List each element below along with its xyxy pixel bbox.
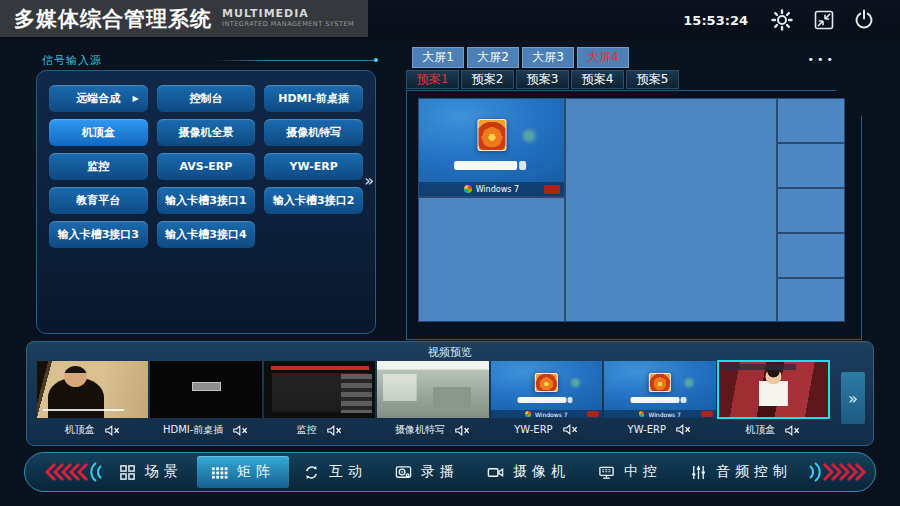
nav-item-matrix-active[interactable]: 矩阵 <box>197 456 289 488</box>
interact-loop-icon <box>303 464 320 481</box>
mute-icon[interactable] <box>785 424 801 437</box>
tab-preset-5[interactable]: 预案5 <box>626 70 679 89</box>
exit-fullscreen-icon[interactable] <box>812 8 836 32</box>
power-icon[interactable] <box>852 8 876 32</box>
source-button[interactable]: HDMI-前桌插 <box>264 85 363 112</box>
topbar: 多媒体综合管理系统 MULTIMEDIA INTEGRATED MANAGEME… <box>0 0 900 40</box>
clock: 15:53:24 <box>683 13 748 28</box>
more-options-icon[interactable]: ••• <box>808 53 836 66</box>
source-button-label: 输入卡槽3接口4 <box>165 227 246 242</box>
source-button[interactable]: 控制台 <box>157 85 256 112</box>
preview-thumbnail-selected[interactable] <box>718 361 829 418</box>
source-button[interactable]: YW-ERP <box>264 153 363 180</box>
preview-thumbnail[interactable] <box>37 361 148 418</box>
source-button[interactable]: 监控 <box>49 153 148 180</box>
user-avatar <box>477 119 506 151</box>
source-button-label: YW-ERP <box>290 160 338 173</box>
decor-line <box>213 60 376 61</box>
tab-screen-4-active[interactable]: 大屏4 <box>577 47 629 68</box>
nav-item-scene[interactable]: 场景 <box>105 456 197 488</box>
source-button-label: 机顶盒 <box>82 125 115 140</box>
page-title: 多媒体综合管理系统 <box>14 5 212 33</box>
wall-cell[interactable] <box>565 98 777 322</box>
tab-screen-1[interactable]: 大屏1 <box>412 47 464 68</box>
preview-label: YW-ERP <box>514 424 553 435</box>
nav-label: 摄像机 <box>513 463 570 481</box>
source-button[interactable]: 输入卡槽3接口1 <box>157 187 256 214</box>
windows-brand-bar: Windows 7 <box>419 182 564 196</box>
tab-screen-2[interactable]: 大屏2 <box>467 47 519 68</box>
wall-cell[interactable] <box>777 188 845 233</box>
source-button-label: 输入卡槽3接口2 <box>273 193 354 208</box>
mute-icon[interactable] <box>563 423 579 436</box>
tab-preset-3[interactable]: 预案3 <box>516 70 569 89</box>
password-field <box>454 161 518 170</box>
preview-thumbnail[interactable] <box>377 361 488 418</box>
windows-logo-icon <box>525 411 531 417</box>
mute-icon[interactable] <box>455 424 471 437</box>
nav-label: 录播 <box>421 463 459 481</box>
tab-screen-3[interactable]: 大屏3 <box>522 47 574 68</box>
source-button-label: HDMI-前桌插 <box>278 91 349 106</box>
mute-icon[interactable] <box>327 424 343 437</box>
wall-cell[interactable] <box>777 98 845 143</box>
video-wall: Windows 7 <box>418 98 845 322</box>
bottom-nav: 场景 矩阵 互动 录播 摄像机 中控 <box>24 452 876 492</box>
windows-brand-bar: Windows 7 <box>491 410 602 418</box>
wall-cell[interactable] <box>777 143 845 188</box>
wall-cell[interactable] <box>777 233 845 278</box>
preview-thumbnail[interactable] <box>264 361 375 418</box>
mute-icon[interactable] <box>233 424 249 437</box>
preview-item[interactable]: 监控 <box>264 361 375 441</box>
source-button[interactable]: 远端合成▶ <box>49 85 148 112</box>
nav-item-camera[interactable]: 摄像机 <box>473 456 584 488</box>
nav-label: 音频控制 <box>716 463 792 481</box>
nav-label: 中控 <box>624 463 662 481</box>
record-icon <box>395 464 412 481</box>
preview-item[interactable]: Windows 7 YW-ERP <box>604 361 715 441</box>
source-button[interactable]: 摄像机特写 <box>264 119 363 146</box>
nav-item-record[interactable]: 录播 <box>381 456 473 488</box>
preview-item[interactable]: HDMI-前桌插 <box>150 361 261 441</box>
mute-icon[interactable] <box>676 423 692 436</box>
source-button-label: 远端合成 <box>76 91 120 106</box>
signal-source-panel: 信号输入源 远端合成▶ 控制台 HDMI-前桌插 机顶盒 摄像机全景 摄像机特写… <box>28 53 380 334</box>
source-button[interactable]: 输入卡槽3接口3 <box>49 221 148 248</box>
nav-item-central-control[interactable]: 中控 <box>584 456 676 488</box>
preview-thumbnail[interactable]: Windows 7 <box>491 361 602 418</box>
settings-gear-icon[interactable] <box>770 8 794 32</box>
shutdown-button <box>544 185 560 194</box>
user-avatar <box>535 373 557 392</box>
windows-brand-text: Windows 7 <box>648 411 681 418</box>
source-button-active[interactable]: 机顶盒 <box>49 119 148 146</box>
preview-item[interactable]: Windows 7 YW-ERP <box>491 361 602 441</box>
display-wall-panel: 大屏1 大屏2 大屏3 大屏4 预案1 预案2 预案3 预案4 预案5 ••• … <box>396 46 878 340</box>
source-button-label: 输入卡槽3接口3 <box>58 227 139 242</box>
preview-label: HDMI-前桌插 <box>163 423 223 437</box>
preview-item-selected[interactable]: 机顶盒 <box>718 361 829 441</box>
windows-login-preview: Windows 7 <box>491 361 602 418</box>
mute-icon[interactable] <box>105 424 121 437</box>
source-button[interactable]: 教育平台 <box>49 187 148 214</box>
preview-next-button[interactable]: » <box>841 372 865 424</box>
wall-cell-source[interactable]: Windows 7 <box>418 98 565 197</box>
preview-thumbnail[interactable] <box>150 361 261 418</box>
preview-thumbnail[interactable]: Windows 7 <box>604 361 715 418</box>
source-button[interactable]: 输入卡槽3接口2 <box>264 187 363 214</box>
source-button-label: 输入卡槽3接口1 <box>165 193 246 208</box>
tab-preset-4[interactable]: 预案4 <box>571 70 624 89</box>
wall-cell[interactable] <box>777 278 845 322</box>
wall-cell[interactable] <box>418 197 565 322</box>
deco-chevrons-right <box>806 460 870 484</box>
nav-item-audio-control[interactable]: 音频控制 <box>676 456 806 488</box>
nav-item-interact[interactable]: 互动 <box>289 456 381 488</box>
preview-item[interactable]: 摄像机特写 <box>377 361 488 441</box>
preview-label: 机顶盒 <box>745 423 775 437</box>
preview-item[interactable]: 机顶盒 <box>37 361 148 441</box>
panel-expand-icon[interactable]: » <box>364 171 374 190</box>
tab-preset-1-active[interactable]: 预案1 <box>406 70 459 89</box>
source-button[interactable]: 摄像机全景 <box>157 119 256 146</box>
source-button[interactable]: AVS-ERP <box>157 153 256 180</box>
source-button[interactable]: 输入卡槽3接口4 <box>157 221 256 248</box>
tab-preset-2[interactable]: 预案2 <box>461 70 514 89</box>
